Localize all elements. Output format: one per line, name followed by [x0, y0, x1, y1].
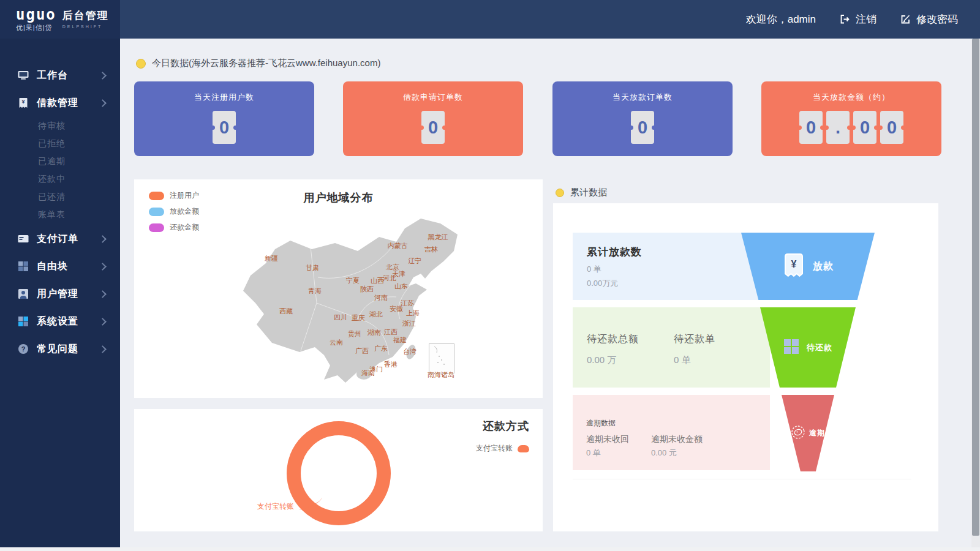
- subitem-label: 已逾期: [38, 156, 66, 167]
- subitem-label: 已拒绝: [38, 138, 66, 149]
- col-value: 0.00 元: [651, 448, 703, 459]
- province-label: 安徽: [390, 304, 403, 313]
- province-label: 西藏: [279, 307, 293, 316]
- province-label: 湖北: [369, 310, 383, 319]
- sidebar-item-label: 常见问题: [37, 343, 78, 356]
- donut-chart-ring[interactable]: [287, 421, 391, 525]
- col-value: 0 单: [674, 354, 715, 366]
- topbar-actions: 欢迎你，admin 注销 修改密码: [746, 0, 958, 39]
- row-value-amount: 0.00万元: [587, 278, 770, 289]
- col-label: 逾期未收金额: [651, 434, 703, 445]
- flip-digit: 0: [421, 111, 445, 144]
- brand-logo-right: 后台管理 DELPSHIFT: [62, 10, 109, 29]
- row-value-orders: 0 单: [587, 264, 770, 275]
- sidebar-item-label: 工作台: [37, 69, 68, 82]
- stat-card-title: 借款申请订单数: [403, 92, 463, 103]
- province-label: 四川: [334, 313, 347, 322]
- province-label: 新疆: [265, 254, 278, 263]
- flip-digit: 0: [631, 111, 654, 144]
- subitem-label: 已还清: [38, 192, 66, 203]
- credit-card-icon: [17, 233, 29, 245]
- repayment-method-card: 还款方式 支付宝转账 支付宝转账: [134, 409, 543, 531]
- province-label: 湖南: [368, 328, 381, 337]
- sidebar-item-faq[interactable]: ? 常见问题: [0, 335, 120, 362]
- stat-card-title: 当天放款订单数: [612, 92, 673, 103]
- settings-blocks-icon: [17, 315, 29, 328]
- sidebar-subitem-overdue[interactable]: 已逾期: [0, 152, 120, 170]
- vertical-scrollbar[interactable]: [971, 39, 980, 551]
- col-value: 0.00 万: [587, 354, 674, 366]
- province-label: 河南: [374, 293, 388, 302]
- sidebar-subitem-repaying[interactable]: 还款中: [0, 170, 120, 188]
- funnel-label: 放款: [813, 260, 834, 273]
- welcome-text: 欢迎你，admin: [746, 12, 816, 26]
- brand-logo-left: uguo 优|果|信|贷: [16, 7, 56, 31]
- chevron-right-icon: [99, 345, 107, 353]
- sidebar-subitem-pending-review[interactable]: 待审核: [0, 117, 120, 135]
- yellow-dot-icon: [556, 189, 564, 197]
- svg-text:?: ?: [21, 345, 26, 353]
- grid-icon: [783, 339, 799, 357]
- pie-chart-title: 还款方式: [483, 419, 529, 433]
- loan-book-icon: ¥: [17, 97, 29, 109]
- chevron-right-icon: [99, 318, 107, 326]
- cumulative-data-card: 累计放款数 0 单 0.00万元 ¥ 放款 待还款总额 0.00 万 待还款单 …: [553, 203, 938, 531]
- province-label: 广西: [355, 347, 369, 356]
- sidebar-item-label: 用户管理: [37, 288, 78, 301]
- stat-card-loan-amount: 当天放款金额（约） 0.00: [761, 81, 941, 156]
- province-label: 辽宁: [408, 257, 421, 266]
- province-labels-layer: 黑龙江吉林辽宁内蒙古北京天津河北山西山东宁夏陕西甘肃新疆青海西藏河南江苏安徽上海…: [134, 179, 543, 398]
- yuan-receipt-icon: ¥: [782, 252, 805, 281]
- sidebar-item-payment-orders[interactable]: 支付订单: [0, 225, 120, 252]
- subitem-label: 待审核: [38, 121, 66, 132]
- brand-logo: uguo 优|果|信|贷 后台管理 DELPSHIFT: [0, 0, 120, 39]
- top-bar: uguo 优|果|信|贷 后台管理 DELPSHIFT 欢迎你，admin 注销…: [0, 0, 980, 39]
- sidebar-item-loan-management[interactable]: ¥ 借款管理: [0, 89, 120, 116]
- chevron-right-icon: [99, 72, 107, 80]
- user-region-map-card: 用户地域分布 注册用户 放款金额 还款金额: [134, 179, 543, 398]
- flip-digit: 0: [853, 111, 876, 144]
- logo-subtext: 优|果|信|贷: [16, 24, 56, 31]
- flip-counter: 0: [629, 111, 656, 144]
- province-label: 香港: [384, 360, 398, 369]
- logout-icon: [839, 13, 851, 25]
- sidebar-item-system-settings[interactable]: 系统设置: [0, 308, 120, 335]
- row-subtitle: 逾期数据: [586, 418, 770, 429]
- sidebar-subitem-bill-table[interactable]: 账单表: [0, 206, 120, 223]
- sidebar-item-workbench[interactable]: 工作台: [0, 62, 120, 89]
- col-value: 0 单: [586, 448, 651, 459]
- today-section-title: 今日数据(海外云服务器推荐-飞花云www.feihuayun.com): [152, 58, 380, 69]
- edit-pencil-icon: [900, 13, 911, 25]
- province-label: 甘肃: [306, 263, 319, 272]
- sidebar-subitem-rejected[interactable]: 已拒绝: [0, 135, 120, 152]
- blocks-icon: [17, 260, 29, 272]
- province-label: 青海: [308, 287, 322, 296]
- horizontal-scrollbar[interactable]: [0, 547, 980, 551]
- cumulative-row-pending-repay: 待还款总额 0.00 万 待还款单 0 单: [573, 307, 770, 388]
- flip-counter: 0: [211, 111, 238, 144]
- sidebar-subitem-paid-off[interactable]: 已还清: [0, 188, 120, 206]
- admin-title: 后台管理: [62, 10, 109, 21]
- stat-card-title: 当天放款金额（约）: [813, 92, 890, 103]
- change-password-button[interactable]: 修改密码: [900, 12, 958, 26]
- province-label: 内蒙古: [388, 241, 408, 250]
- logout-button[interactable]: 注销: [839, 12, 876, 26]
- today-section-header: 今日数据(海外云服务器推荐-飞花云www.feihuayun.com): [136, 58, 380, 69]
- chevron-right-icon: [99, 263, 107, 271]
- question-icon: ?: [17, 343, 29, 355]
- stat-card-registered-users: 当天注册用户数 0: [134, 81, 314, 156]
- pie-slice-label: 支付宝转账: [257, 501, 294, 512]
- svg-text:¥: ¥: [21, 99, 24, 105]
- scrollbar-thumb[interactable]: [972, 39, 979, 536]
- stat-card-loans-issued: 当天放款订单数 0: [552, 81, 733, 156]
- chevron-right-icon: [99, 290, 107, 298]
- cumulative-row-overdue: 逾期数据 逾期未收回 0 单 逾期未收金额 0.00 元: [573, 395, 770, 470]
- stat-card-title: 当天注册用户数: [194, 92, 254, 103]
- monitor-icon: [17, 69, 29, 81]
- flip-digit: 0: [799, 111, 823, 144]
- user-icon: [17, 288, 29, 300]
- sidebar-item-user-management[interactable]: 用户管理: [0, 280, 120, 307]
- sidebar-item-label: 系统设置: [37, 315, 78, 328]
- sidebar-item-free-blocks[interactable]: 自由块: [0, 253, 120, 280]
- pie-legend-alipay[interactable]: 支付宝转账: [476, 443, 529, 454]
